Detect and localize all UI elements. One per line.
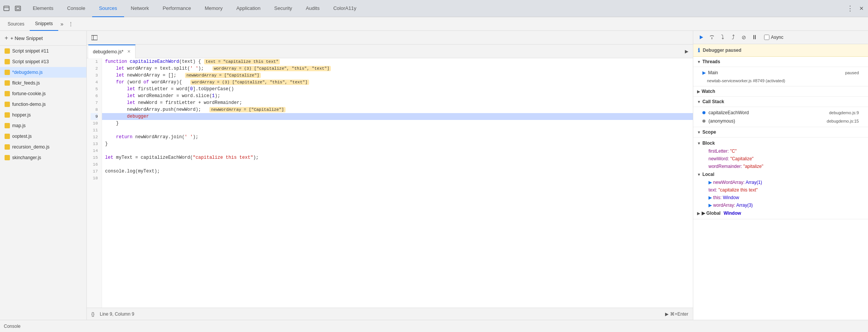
- tab-sources-panel[interactable]: Sources: [2, 17, 30, 31]
- scope-block-item-0: firstLetter: "C": [693, 147, 868, 155]
- sidebar-item-skinchanger[interactable]: skinchanger.js: [0, 152, 86, 163]
- status-bar-left: {} Line 9, Column 9: [91, 311, 134, 317]
- threads-arrow: ▼: [697, 60, 701, 64]
- tab-application[interactable]: Application: [230, 0, 268, 17]
- tab-security[interactable]: Security: [267, 0, 299, 17]
- sidebar-item-hopper[interactable]: hopper.js: [0, 110, 86, 120]
- svg-marker-6: [700, 35, 703, 39]
- deactivate-breakpoints-button[interactable]: ⊘: [740, 33, 748, 42]
- new-snippet-button[interactable]: + + New Snippet: [0, 31, 86, 46]
- file-tab-label: debugdemo.js*: [93, 49, 123, 54]
- editor-icon-row: [87, 31, 693, 45]
- tab-audits[interactable]: Audits: [299, 0, 326, 17]
- tab-network[interactable]: Network: [124, 0, 156, 17]
- threads-section-header[interactable]: ▼ Threads: [693, 57, 868, 67]
- tab-colora11y[interactable]: ColorA11y: [326, 0, 363, 17]
- toggle-sidebar-icon[interactable]: [90, 33, 99, 42]
- thread-sub-label: newtab-serviceworker.js #8749 (activated…: [707, 78, 785, 83]
- format-icon[interactable]: {}: [91, 311, 94, 317]
- code-lines: function capitalizeEachWord(text) {text …: [102, 58, 693, 308]
- file-icon: [5, 70, 10, 75]
- sidebar-item-label: Script snippet #13: [12, 59, 49, 64]
- more-options-icon[interactable]: ⋮: [845, 3, 855, 13]
- sidebar-item-label: skinchanger.js: [12, 155, 41, 160]
- tab-elements[interactable]: Elements: [26, 0, 60, 17]
- undock-icon[interactable]: [13, 3, 23, 13]
- tab-sources[interactable]: Sources: [92, 0, 124, 17]
- pause-exceptions-button[interactable]: ⏸: [750, 33, 759, 42]
- debugger-paused-label: Debugger paused: [703, 48, 741, 53]
- file-icon: [5, 155, 10, 160]
- scope-local-item-0[interactable]: ▶ newWordArray: Array(1): [693, 179, 868, 186]
- resume-button[interactable]: [697, 33, 705, 42]
- sidebar-item-label: flickr_feeds.js: [12, 80, 40, 86]
- sidebar-item-label: hopper.js: [12, 112, 31, 118]
- code-line-5: let firstLetter = word[0].toUpperCase(): [102, 86, 693, 93]
- step-out-button[interactable]: ⤴: [729, 33, 737, 42]
- sidebar-item-snippet11[interactable]: Script snippet #11: [0, 46, 86, 56]
- scope-local-header[interactable]: ▼ Local: [693, 170, 868, 179]
- sidebar-item-label: function-demo.js: [12, 102, 46, 107]
- tab-snippets-panel[interactable]: Snippets: [30, 17, 58, 31]
- callstack-item-1[interactable]: (anonymous) debugdemo.js:15: [693, 117, 868, 125]
- devtools-icons: [2, 3, 23, 13]
- threads-label: Threads: [702, 59, 720, 64]
- line-num-12: 12: [91, 134, 98, 140]
- scope-local-item-3[interactable]: ▶ wordArray: Array(3): [693, 201, 868, 209]
- console-tab-label[interactable]: Console: [4, 324, 21, 329]
- debugger-paused-banner: ℹ Debugger paused: [693, 44, 868, 57]
- second-row: Sources Snippets » ⋮: [0, 17, 868, 31]
- run-icon[interactable]: ▶: [682, 49, 691, 54]
- line-num-11: 11: [91, 127, 98, 134]
- scope-section-header[interactable]: ▼ Scope: [693, 127, 868, 137]
- sidebar-item-ooptest[interactable]: ooptest.js: [0, 131, 86, 142]
- thread-main[interactable]: ▶ Main paused: [693, 69, 868, 77]
- step-into-button[interactable]: ⤵: [718, 33, 727, 42]
- code-line-13: }: [102, 140, 693, 147]
- callstack-dot: [702, 120, 705, 123]
- tab-console[interactable]: Console: [60, 0, 92, 17]
- close-tab-icon[interactable]: ✕: [127, 49, 131, 54]
- line-num-4: 4: [91, 79, 98, 86]
- main-layout: + + New Snippet Script snippet #11 Scrip…: [0, 31, 868, 320]
- scope-block-header[interactable]: ▼ Block: [693, 139, 868, 147]
- run-button[interactable]: ▶ ⌘+Enter: [665, 311, 688, 317]
- sidebar-item-label: Script snippet #11: [12, 48, 49, 54]
- tab-memory[interactable]: Memory: [198, 0, 230, 17]
- sidebar-item-flickr[interactable]: flickr_feeds.js: [0, 78, 86, 88]
- line-num-9: 9: [91, 113, 98, 120]
- scope-local-item-2[interactable]: ▶ this: Window: [693, 194, 868, 201]
- sidebar-item-snippet13[interactable]: Script snippet #13: [0, 56, 86, 67]
- sidebar-item-function-demo[interactable]: function-demo.js: [0, 99, 86, 110]
- callstack-item-0[interactable]: capitalizeEachWord debugdemo.js:9: [693, 109, 868, 117]
- panel-menu-icon[interactable]: ⋮: [66, 21, 76, 27]
- dock-icon[interactable]: [2, 3, 11, 13]
- sidebar-item-recursion[interactable]: recursion_demo.js: [0, 142, 86, 152]
- close-icon[interactable]: ✕: [857, 3, 866, 13]
- right-panel: ⤵ ⤴ ⊘ ⏸ Async ℹ Debugger paused ▼ Thread…: [693, 31, 868, 320]
- step-over-button[interactable]: [708, 33, 716, 42]
- file-icon: [5, 48, 10, 54]
- editor-area: debugdemo.js* ✕ ▶ 1 2 3 4 5 6 7 8 9 10 1…: [87, 31, 693, 320]
- file-icon: [5, 134, 10, 139]
- code-container[interactable]: 1 2 3 4 5 6 7 8 9 10 11 12 13 14 15 16 1…: [87, 58, 693, 308]
- callstack-section-header[interactable]: ▼ Call Stack: [693, 97, 868, 107]
- more-panels-icon[interactable]: »: [58, 21, 66, 27]
- code-line-4: for (word of wordArray){ wordArray = (3)…: [102, 79, 693, 86]
- async-checkbox[interactable]: [764, 35, 769, 40]
- code-line-12: return newWordArray.join(' ');: [102, 134, 693, 140]
- thread-sub-item[interactable]: newtab-serviceworker.js #8749 (activated…: [693, 77, 868, 85]
- code-line-10: }: [102, 120, 693, 127]
- sidebar-item-map[interactable]: map.js: [0, 120, 86, 131]
- tab-performance[interactable]: Performance: [156, 0, 198, 17]
- callstack-arrow: ▼: [697, 100, 701, 104]
- watch-section-header[interactable]: ▶ Watch: [693, 86, 868, 97]
- sidebar-item-fortune[interactable]: fortune-cookie.js: [0, 88, 86, 99]
- info-icon: ℹ: [698, 47, 700, 53]
- line-num-8: 8: [91, 106, 98, 113]
- editor-file-tab-debugdemo[interactable]: debugdemo.js* ✕: [88, 45, 136, 58]
- sidebar-item-debugdemo[interactable]: *debugdemo.js: [0, 67, 86, 78]
- scope-block-label: Block: [702, 140, 715, 146]
- scope-global-header[interactable]: ▶ ▶ Global Window: [693, 209, 868, 217]
- sidebar-item-label: *debugdemo.js: [12, 70, 43, 75]
